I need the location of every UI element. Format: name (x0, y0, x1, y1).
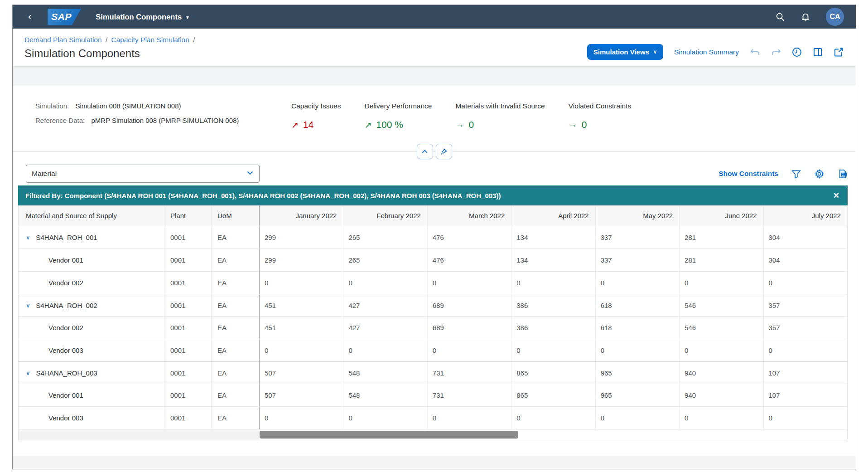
quantity-cell[interactable]: 965 (596, 384, 680, 406)
column-header[interactable]: Plant (164, 205, 212, 226)
table-row[interactable]: ∨S4HANA_ROH_0020001EA4514276893866185463… (19, 294, 847, 317)
quantity-cell[interactable]: 546 (680, 317, 763, 339)
quantity-cell[interactable]: 0 (596, 407, 680, 429)
app-title-menu[interactable]: Simulation Components ▼ (96, 13, 190, 21)
quantity-cell[interactable]: 134 (511, 249, 595, 271)
split-panel-icon[interactable] (812, 47, 823, 58)
quantity-cell[interactable]: 265 (343, 226, 427, 249)
quantity-cell[interactable]: 689 (428, 317, 511, 339)
quantity-cell[interactable]: 965 (596, 362, 680, 384)
export-spreadsheet-icon[interactable] (837, 169, 848, 179)
search-icon[interactable] (775, 12, 785, 22)
breadcrumb-link-demand-plan[interactable]: Demand Plan Simulation (24, 36, 102, 44)
kpi-card[interactable]: Capacity Issues↗14 (291, 102, 341, 151)
scrollbar-thumb[interactable] (260, 431, 518, 439)
quantity-cell[interactable]: 546 (680, 294, 763, 316)
back-icon[interactable]: ‹ (28, 12, 31, 22)
quantity-cell[interactable]: 107 (764, 362, 847, 384)
redo-icon[interactable] (771, 47, 781, 58)
quantity-cell[interactable]: 281 (680, 249, 763, 271)
quantity-cell[interactable]: 386 (511, 294, 595, 316)
table-row[interactable]: Vendor 0010001EA299265476134337281304 (19, 249, 847, 272)
history-clock-icon[interactable] (791, 47, 802, 58)
filter-icon[interactable] (791, 169, 801, 179)
quantity-cell[interactable]: 865 (511, 362, 595, 384)
user-avatar[interactable]: CA (826, 8, 844, 26)
kpi-card[interactable]: Violated Constraints→0 (569, 102, 631, 151)
quantity-cell[interactable]: 107 (764, 384, 847, 406)
quantity-cell[interactable]: 0 (764, 407, 847, 429)
view-select[interactable]: Material (26, 165, 260, 183)
column-header[interactable]: UoM (212, 205, 260, 226)
quantity-cell[interactable]: 0 (680, 407, 763, 429)
quantity-cell[interactable]: 940 (680, 384, 763, 406)
quantity-cell[interactable]: 476 (428, 226, 511, 249)
table-row[interactable]: Vendor 0010001EA507548731865965940107 (19, 384, 847, 407)
quantity-cell[interactable]: 299 (260, 226, 343, 249)
table-row[interactable]: Vendor 0020001EA451427689386618546357 (19, 317, 847, 339)
quantity-cell[interactable]: 427 (343, 294, 427, 316)
quantity-cell[interactable]: 618 (596, 317, 680, 339)
quantity-cell[interactable]: 476 (428, 249, 511, 271)
column-header[interactable]: July 2022 (764, 205, 847, 226)
quantity-cell[interactable]: 0 (511, 407, 595, 429)
row-expand-chevron-icon[interactable]: ∨ (26, 302, 30, 309)
quantity-cell[interactable]: 451 (260, 294, 343, 316)
show-constraints-button[interactable]: Show Constraints (719, 170, 778, 178)
quantity-cell[interactable]: 0 (343, 339, 427, 361)
quantity-cell[interactable]: 507 (260, 384, 343, 406)
quantity-cell[interactable]: 0 (260, 339, 343, 361)
quantity-cell[interactable]: 0 (343, 272, 427, 294)
quantity-cell[interactable]: 618 (596, 294, 680, 316)
kpi-card[interactable]: Materials with Invalid Source→0 (455, 102, 545, 151)
simulation-views-button[interactable]: Simulation Views ∨ (587, 44, 663, 60)
quantity-cell[interactable]: 0 (511, 272, 595, 294)
column-header[interactable]: Material and Source of Supply (19, 205, 164, 226)
quantity-cell[interactable]: 304 (764, 226, 847, 249)
notifications-bell-icon[interactable] (800, 12, 810, 22)
quantity-cell[interactable]: 134 (511, 226, 595, 249)
pin-header-button[interactable] (436, 144, 452, 159)
table-row[interactable]: Vendor 0030001EA0000000 (19, 407, 847, 429)
simulation-summary-button[interactable]: Simulation Summary (673, 45, 740, 59)
quantity-cell[interactable]: 427 (343, 317, 427, 339)
table-row[interactable]: ∨S4HANA_ROH_0010001EA2992654761343372813… (19, 226, 847, 249)
quantity-cell[interactable]: 731 (428, 384, 511, 406)
quantity-cell[interactable]: 0 (680, 339, 763, 361)
column-header[interactable]: March 2022 (428, 205, 511, 226)
quantity-cell[interactable]: 548 (343, 384, 427, 406)
quantity-cell[interactable]: 0 (764, 272, 847, 294)
quantity-cell[interactable]: 451 (260, 317, 343, 339)
quantity-cell[interactable]: 0 (428, 339, 511, 361)
quantity-cell[interactable]: 0 (343, 407, 427, 429)
quantity-cell[interactable]: 357 (764, 294, 847, 316)
table-row[interactable]: Vendor 0030001EA0000000 (19, 339, 847, 362)
quantity-cell[interactable]: 304 (764, 249, 847, 271)
quantity-cell[interactable]: 337 (596, 226, 680, 249)
column-header[interactable]: January 2022 (260, 205, 343, 226)
quantity-cell[interactable]: 281 (680, 226, 763, 249)
quantity-cell[interactable]: 507 (260, 362, 343, 384)
quantity-cell[interactable]: 0 (428, 272, 511, 294)
quantity-cell[interactable]: 865 (511, 384, 595, 406)
settings-gear-icon[interactable] (814, 169, 825, 179)
quantity-cell[interactable]: 0 (596, 272, 680, 294)
quantity-cell[interactable]: 337 (596, 249, 680, 271)
column-header[interactable]: February 2022 (343, 205, 427, 226)
quantity-cell[interactable]: 0 (428, 407, 511, 429)
quantity-cell[interactable]: 0 (260, 272, 343, 294)
collapse-header-button[interactable] (417, 144, 433, 159)
share-export-icon[interactable] (833, 47, 844, 58)
table-row[interactable]: Vendor 0020001EA0000000 (19, 272, 847, 294)
breadcrumb-link-capacity-plan[interactable]: Capacity Plan Simulation (111, 36, 189, 44)
column-header[interactable]: June 2022 (680, 205, 763, 226)
quantity-cell[interactable]: 0 (680, 272, 763, 294)
quantity-cell[interactable]: 357 (764, 317, 847, 339)
quantity-cell[interactable]: 0 (596, 339, 680, 361)
quantity-cell[interactable]: 548 (343, 362, 427, 384)
quantity-cell[interactable]: 0 (511, 339, 595, 361)
quantity-cell[interactable]: 299 (260, 249, 343, 271)
quantity-cell[interactable]: 0 (260, 407, 343, 429)
quantity-cell[interactable]: 731 (428, 362, 511, 384)
scrollbar-track[interactable] (260, 429, 847, 440)
